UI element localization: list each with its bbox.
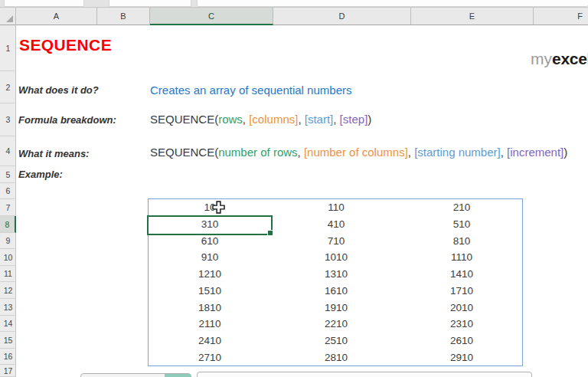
cell-C14[interactable]: 2110 xyxy=(149,316,271,333)
formula-part: [columns] xyxy=(249,113,298,126)
cell-D10[interactable]: 1010 xyxy=(271,249,401,266)
select-all-triangle-icon xyxy=(6,15,13,22)
active-cell-selection[interactable] xyxy=(147,215,273,235)
cell-C11[interactable]: 1210 xyxy=(149,266,271,283)
select-all-corner[interactable] xyxy=(0,8,16,25)
label-formula-breakdown: Formula breakdown: xyxy=(18,114,116,126)
formula-part: rows xyxy=(218,113,243,126)
formula-part: , xyxy=(501,146,507,159)
cell-E16[interactable]: 2910 xyxy=(401,349,522,366)
row-header-12[interactable]: 12 xyxy=(0,282,16,299)
formula-bar-input[interactable] xyxy=(197,0,588,7)
cell-D8[interactable]: 410 xyxy=(271,216,401,233)
formula-breakdown-text: SEQUENCE(rows, [columns], [start], [step… xyxy=(150,113,371,126)
label-what-it-means: What it means: xyxy=(18,148,89,160)
cell-D11[interactable]: 1310 xyxy=(271,266,401,283)
row-header-15[interactable]: 15 xyxy=(0,332,16,349)
column-header-a[interactable]: A xyxy=(16,8,97,25)
column-header-e[interactable]: E xyxy=(411,8,534,25)
cell-E8[interactable]: 510 xyxy=(401,216,522,233)
cell-D15[interactable]: 2510 xyxy=(271,333,401,349)
cell-D7[interactable]: 110 xyxy=(271,199,401,216)
cell-E15[interactable]: 2610 xyxy=(401,333,522,349)
excel-worksheet: A B C D E F 1234567891011121314151617 SE… xyxy=(0,0,588,377)
formula-part: , xyxy=(298,113,304,126)
row-header-7[interactable]: 7 xyxy=(0,199,16,216)
row-header-3[interactable]: 3 xyxy=(0,103,16,136)
column-header-c[interactable]: C xyxy=(150,8,273,25)
myexcelonline-logo: myexcel xyxy=(531,50,588,68)
cell-E10[interactable]: 1110 xyxy=(401,249,522,266)
formula-part: [start] xyxy=(305,113,334,126)
logo-excel: excel xyxy=(552,50,588,67)
cell-D13[interactable]: 1910 xyxy=(271,299,401,316)
fill-handle[interactable] xyxy=(267,230,273,236)
bottom-partial-teal-segment xyxy=(165,374,191,377)
row-header-14[interactable]: 14 xyxy=(0,316,16,332)
table-row: 181019102010 xyxy=(149,299,522,316)
row-header-5[interactable]: 5 xyxy=(0,166,16,183)
cell-C10[interactable]: 910 xyxy=(149,249,271,266)
cell-C13[interactable]: 1810 xyxy=(149,299,271,316)
formula-bar-strip xyxy=(0,0,588,8)
formula-part: ) xyxy=(368,113,371,126)
bottom-partial-shape-right xyxy=(197,372,532,377)
table-row: 91010101110 xyxy=(149,249,522,266)
row-header-4[interactable]: 4 xyxy=(0,136,16,166)
row-header-1[interactable]: 1 xyxy=(0,25,16,71)
row-header-13[interactable]: 13 xyxy=(0,299,16,316)
cell-D12[interactable]: 1610 xyxy=(271,283,401,300)
cell-E13[interactable]: 2010 xyxy=(401,299,522,316)
formula-part: SEQUENCE( xyxy=(150,113,218,126)
column-header-f[interactable]: F xyxy=(534,8,588,25)
cell-C16[interactable]: 2710 xyxy=(149,349,271,366)
cell-E7[interactable]: 210 xyxy=(401,199,522,216)
formula-part: , xyxy=(333,113,339,126)
row-headers: 1234567891011121314151617 xyxy=(0,25,16,377)
table-row: 271028102910 xyxy=(149,349,522,366)
row-header-2[interactable]: 2 xyxy=(0,71,16,103)
formula-part: [step] xyxy=(340,113,368,126)
formula-part: SEQUENCE( xyxy=(150,146,218,159)
name-box[interactable] xyxy=(4,0,84,7)
formula-part: , xyxy=(298,146,304,159)
cell-E12[interactable]: 1710 xyxy=(401,283,522,300)
table-row: 121013101410 xyxy=(149,266,522,283)
logo-my: my xyxy=(531,50,552,67)
cell-C7[interactable]: 10 xyxy=(149,199,271,216)
cell-D9[interactable]: 710 xyxy=(271,232,401,249)
formula-part: number of rows xyxy=(218,146,297,159)
label-example: Example: xyxy=(18,169,63,181)
formula-part: [number of columns] xyxy=(304,146,408,159)
table-row: 10110210 xyxy=(149,199,522,216)
cell-E11[interactable]: 1410 xyxy=(401,266,522,283)
formula-part: , xyxy=(243,113,249,126)
row-header-16[interactable]: 16 xyxy=(0,349,16,365)
cell-E14[interactable]: 2310 xyxy=(401,316,522,333)
excel-cross-cursor-icon xyxy=(211,200,226,215)
formula-part: , xyxy=(408,146,414,159)
table-row: 241025102610 xyxy=(149,333,522,349)
row-header-9[interactable]: 9 xyxy=(0,233,16,249)
row-header-8[interactable]: 8 xyxy=(0,216,16,233)
what-it-means-text: SEQUENCE(number of rows, [number of colu… xyxy=(150,146,588,159)
page-title: SEQUENCE xyxy=(19,36,112,54)
row-header-6[interactable]: 6 xyxy=(0,183,16,199)
label-what-does-it-do: What does it do? xyxy=(18,84,99,97)
cell-C12[interactable]: 1510 xyxy=(149,283,271,300)
cell-D16[interactable]: 2810 xyxy=(271,349,401,366)
formula-part: [increment] xyxy=(507,146,564,159)
cell-D14[interactable]: 2210 xyxy=(271,316,401,333)
row-header-17[interactable]: 17 xyxy=(0,365,16,377)
column-header-b[interactable]: B xyxy=(97,8,150,25)
row-header-11[interactable]: 11 xyxy=(0,266,16,282)
formula-bar-left[interactable] xyxy=(109,0,191,7)
formula-part: ) xyxy=(564,146,567,159)
formula-part: [starting number] xyxy=(414,146,501,159)
table-row: 211022102310 xyxy=(149,316,522,333)
row-header-10[interactable]: 10 xyxy=(0,249,16,266)
cell-C15[interactable]: 2410 xyxy=(149,333,271,349)
cell-E9[interactable]: 810 xyxy=(401,232,522,249)
table-row: 151016101710 xyxy=(149,283,522,300)
column-header-d[interactable]: D xyxy=(273,8,411,25)
